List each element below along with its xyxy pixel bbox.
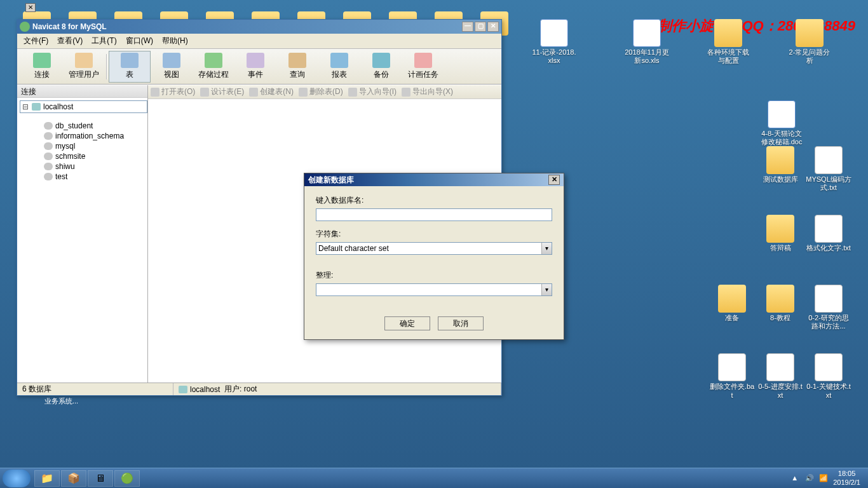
table-action[interactable]: 导入向导(I): [348, 86, 397, 97]
query-icon: [288, 53, 306, 68]
tray-icon[interactable]: 📶: [819, 474, 828, 483]
menu-window[interactable]: 窗口(W): [122, 34, 157, 48]
desktop-icon[interactable]: 测试数据库: [757, 146, 803, 192]
tree-connection[interactable]: ⊟ localhost: [20, 100, 147, 113]
schedule-icon: [414, 53, 432, 68]
sidebar: 连接 ⊟ localhost db_studentinformation_sch…: [17, 85, 148, 383]
desktop-icon[interactable]: 8-教程: [757, 285, 803, 330]
tree-database[interactable]: shiwu: [32, 161, 147, 172]
desktop-icon[interactable]: 0-1-关键技术.txt: [806, 353, 851, 399]
taskbar-navicat[interactable]: 🟢: [114, 470, 140, 487]
minimize-button[interactable]: —: [462, 22, 473, 32]
menu-help[interactable]: 帮助(H): [158, 34, 192, 48]
taskbar-app[interactable]: 📦: [61, 470, 86, 487]
tool-query[interactable]: 查询: [276, 51, 318, 83]
txt-icon: [766, 353, 794, 381]
desktop-icon[interactable]: 4-8-天猫论文修改秘籍.doc: [759, 100, 804, 146]
table-action[interactable]: 创建表(N): [249, 86, 294, 97]
separator: [106, 54, 107, 79]
connect-icon: [33, 53, 51, 68]
report-icon: [330, 53, 348, 68]
app-icon: [20, 22, 30, 32]
tool-users[interactable]: 管理用户: [63, 51, 105, 83]
tree-database[interactable]: test: [32, 172, 147, 182]
maximize-button[interactable]: ▢: [475, 22, 486, 32]
database-icon: [44, 122, 53, 130]
menu-file[interactable]: 文件(F): [20, 34, 52, 48]
menu-tools[interactable]: 工具(T): [88, 34, 120, 48]
desktop-icon[interactable]: 0-2-研究的思路和方法...: [806, 285, 851, 330]
view-icon: [163, 53, 180, 68]
dialog-titlebar[interactable]: 创建新数据库 ✕: [304, 173, 564, 186]
folder-icon: [718, 285, 746, 313]
database-icon: [44, 173, 53, 180]
taskbar-app[interactable]: 🖥: [88, 470, 113, 487]
folder-icon: [766, 285, 794, 313]
tool-table[interactable]: 表: [109, 51, 151, 83]
desktop-icon[interactable]: 2018年11月更新so.xls: [624, 19, 670, 65]
desktop-icon[interactable]: 格式化文字.txt: [806, 215, 851, 252]
tree-database[interactable]: schmsite: [32, 151, 147, 161]
tool-connect[interactable]: 连接: [21, 51, 63, 83]
dropdown-arrow-icon[interactable]: ▾: [541, 284, 552, 295]
backup-icon: [372, 53, 390, 68]
tool-backup[interactable]: 备份: [360, 51, 402, 83]
txt-icon: [815, 285, 843, 313]
desktop-icon[interactable]: 2-常见问题分析: [787, 19, 832, 65]
db-name-input[interactable]: [316, 208, 552, 221]
start-button[interactable]: [3, 470, 31, 487]
desktop-icon[interactable]: MYSQL编码方式.txt: [806, 146, 851, 192]
dialog-title: 创建新数据库: [308, 175, 354, 186]
desktop-icon[interactable]: 准备: [709, 285, 755, 330]
close-icon[interactable]: ✕: [25, 3, 36, 12]
table-action[interactable]: 设计表(E): [200, 86, 244, 97]
desktop-icon[interactable]: 各种环境下载与配置: [705, 19, 751, 65]
collation-select[interactable]: [316, 283, 552, 296]
clock[interactable]: 18:05 2019/2/1: [833, 470, 860, 486]
tree-database[interactable]: information_schema: [32, 131, 147, 141]
action-icon: [200, 88, 209, 97]
table-action[interactable]: 打开表(O): [151, 86, 195, 97]
toolbar: 连接 管理用户 表 视图 存储过程 事件 查询 报表 备份 计画任务: [17, 49, 501, 85]
system-tray: ▲ 🔊 📶 18:05 2019/2/1: [791, 470, 865, 486]
tree-database[interactable]: db_student: [32, 121, 147, 131]
tool-proc[interactable]: 存储过程: [193, 51, 234, 83]
tray-icon[interactable]: 🔊: [805, 474, 814, 483]
ok-button[interactable]: 确定: [384, 316, 430, 330]
menu-view[interactable]: 查看(V): [53, 34, 86, 48]
excel-icon: [540, 19, 568, 47]
taskbar-explorer[interactable]: 📁: [34, 470, 60, 487]
titlebar[interactable]: Navicat 8 for MySQL — ▢ ✕: [17, 20, 501, 34]
tray-icon[interactable]: ▲: [791, 474, 800, 483]
dropdown-arrow-icon[interactable]: ▾: [541, 243, 552, 254]
folder-icon: [714, 19, 742, 47]
tree-database[interactable]: mysql: [32, 141, 147, 151]
desktop-icon[interactable]: 答辩稿: [757, 215, 803, 252]
proc-icon: [205, 53, 222, 68]
status-connection: localhost 用户: root: [173, 383, 501, 395]
label-charset: 字符集:: [316, 229, 552, 240]
tool-view[interactable]: 视图: [151, 51, 193, 83]
table-action[interactable]: 删除表(D): [299, 86, 343, 97]
tool-event[interactable]: 事件: [234, 51, 276, 83]
connection-icon: [32, 103, 41, 111]
desktop-icon[interactable]: 11-记录-2018.xlsx: [531, 19, 577, 65]
dialog-close-button[interactable]: ✕: [548, 175, 560, 185]
collapse-icon[interactable]: ⊟: [22, 102, 29, 111]
folder-icon: [796, 19, 824, 47]
user-icon: [75, 53, 93, 68]
action-icon: [299, 88, 308, 97]
txt-icon: [815, 215, 843, 243]
database-icon: [44, 142, 53, 150]
tool-schedule[interactable]: 计画任务: [402, 51, 444, 83]
excel-icon: [633, 19, 661, 47]
desktop-icon[interactable]: 删除文件夹.bat: [709, 353, 755, 399]
close-button[interactable]: ✕: [487, 22, 499, 32]
cancel-button[interactable]: 取消: [438, 316, 484, 330]
action-icon: [249, 88, 258, 97]
table-action[interactable]: 导出向导(X): [402, 86, 453, 97]
desktop-icon[interactable]: 0-5-进度安排.txt: [757, 353, 803, 399]
tool-report[interactable]: 报表: [318, 51, 360, 83]
action-icon: [151, 88, 159, 97]
charset-select[interactable]: [316, 242, 552, 255]
